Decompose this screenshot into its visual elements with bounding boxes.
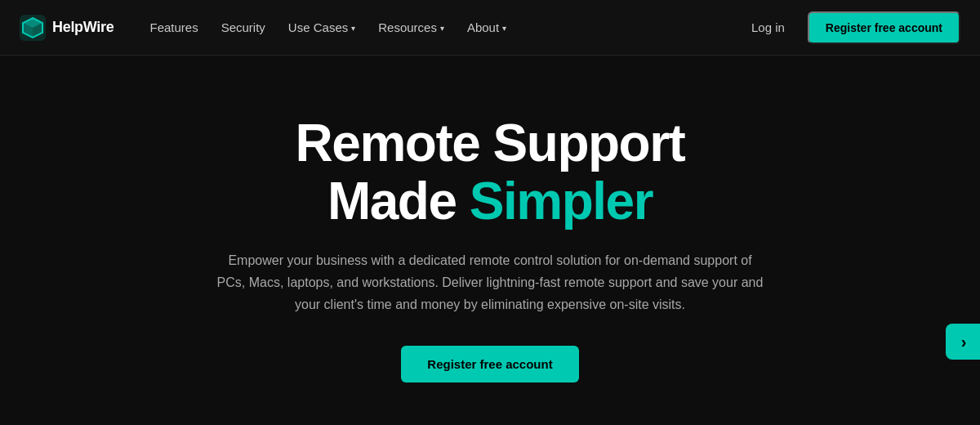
nav-security[interactable]: Security bbox=[212, 14, 275, 41]
navbar: HelpWire Features Security Use Cases ▾ R… bbox=[0, 0, 980, 56]
register-button-nav[interactable]: Register free account bbox=[808, 11, 960, 44]
brand-name: HelpWire bbox=[52, 19, 114, 36]
chevron-down-icon: ▾ bbox=[502, 24, 506, 33]
logo-icon bbox=[20, 15, 46, 41]
chevron-down-icon: ▾ bbox=[351, 24, 355, 33]
hero-cta-button[interactable]: Register free account bbox=[401, 346, 578, 382]
login-button[interactable]: Log in bbox=[742, 14, 795, 41]
chevron-down-icon: ▾ bbox=[440, 24, 444, 33]
hero-title-line1: Remote Support bbox=[296, 114, 685, 172]
floating-icon: › bbox=[961, 333, 967, 351]
hero-section: Remote Support Made Simpler Empower your… bbox=[0, 56, 980, 425]
hero-title-line2: Made Simpler bbox=[327, 172, 653, 230]
nav-use-cases[interactable]: Use Cases ▾ bbox=[278, 14, 365, 41]
nav-resources[interactable]: Resources ▾ bbox=[368, 14, 454, 41]
nav-actions: Log in Register free account bbox=[742, 11, 960, 44]
nav-about[interactable]: About ▾ bbox=[457, 14, 516, 41]
floating-action-button[interactable]: › bbox=[946, 324, 980, 360]
nav-links: Features Security Use Cases ▾ Resources … bbox=[140, 14, 741, 41]
hero-subtitle: Empower your business with a dedicated r… bbox=[212, 249, 768, 316]
logo[interactable]: HelpWire bbox=[20, 15, 114, 41]
nav-features[interactable]: Features bbox=[140, 14, 207, 41]
hero-title: Remote Support Made Simpler bbox=[296, 114, 685, 230]
